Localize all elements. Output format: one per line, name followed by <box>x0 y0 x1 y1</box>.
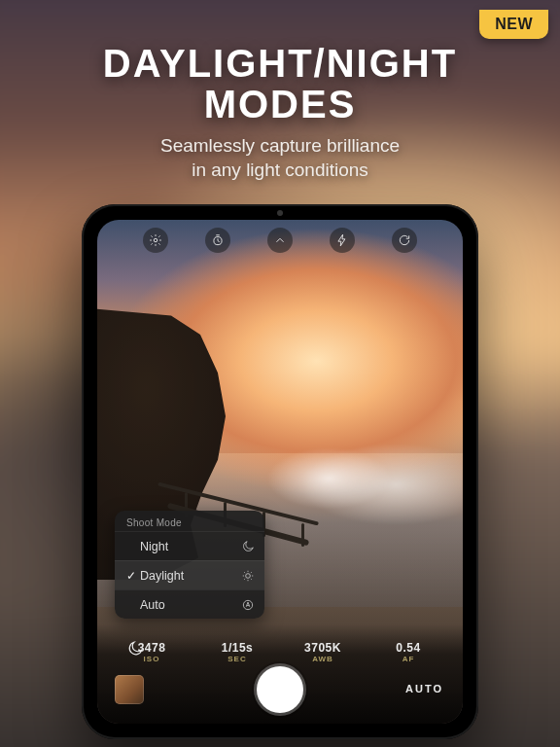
headline-sub-line2: in any light conditions <box>192 160 368 180</box>
readout-value: 3705K <box>299 641 346 655</box>
svg-point-0 <box>154 238 158 242</box>
readout-focus[interactable]: 0.54 AF <box>385 641 432 663</box>
readout-label: AWB <box>299 655 346 663</box>
readout-value: 1/15s <box>214 641 261 655</box>
shoot-mode-item-label: Night <box>140 540 241 553</box>
shutter-row: AUTO <box>97 663 463 716</box>
shutter-button[interactable] <box>257 666 303 713</box>
refresh-icon[interactable] <box>392 228 417 253</box>
camera-top-bar <box>97 226 463 255</box>
moon-icon <box>241 540 255 553</box>
readout-label: ISO <box>128 655 175 663</box>
headline-title: DAYLIGHT/NIGHT MODES <box>23 43 537 124</box>
headline-title-line2: MODES <box>204 83 357 125</box>
shoot-mode-title: Shoot Mode <box>115 511 264 531</box>
headline-title-line1: DAYLIGHT/NIGHT <box>103 42 457 85</box>
readout-whitebalance[interactable]: 3705K AWB <box>299 641 346 663</box>
readout-label: AF <box>385 655 432 663</box>
last-photo-thumbnail[interactable] <box>115 675 144 704</box>
promo-stage: NEW DAYLIGHT/NIGHT MODES Seamlessly capt… <box>0 0 560 747</box>
readout-value: 3478 <box>128 641 175 655</box>
shoot-mode-item-label: Daylight <box>140 569 241 583</box>
readout-value: 0.54 <box>385 641 432 655</box>
readout-label: SEC <box>214 655 261 663</box>
readout-iso[interactable]: 3478 ISO <box>128 641 175 663</box>
camera-bottom-bar: 3478 ISO 1/15s SEC 3705K AWB 0.54 AF <box>97 624 463 724</box>
shoot-mode-popover: Shoot Mode Night ✓ Daylight <box>115 511 264 619</box>
exposure-readouts: 3478 ISO 1/15s SEC 3705K AWB 0.54 AF <box>97 641 463 663</box>
readout-shutter[interactable]: 1/15s SEC <box>214 641 261 663</box>
timer-icon[interactable] <box>205 228 230 253</box>
capture-mode-label[interactable]: AUTO <box>405 683 443 694</box>
auto-icon <box>241 598 255 612</box>
flash-icon[interactable] <box>330 228 355 253</box>
ipad-device-frame: Shoot Mode Night ✓ Daylight <box>82 204 478 739</box>
shoot-mode-item-auto[interactable]: Auto <box>115 589 264 619</box>
headline-sub-line1: Seamlessly capture brilliance <box>160 135 400 156</box>
settings-icon[interactable] <box>143 228 168 253</box>
sun-icon <box>241 569 255 583</box>
headline: DAYLIGHT/NIGHT MODES Seamlessly capture … <box>0 43 560 182</box>
new-badge: NEW <box>479 10 548 39</box>
camera-app-screen: Shoot Mode Night ✓ Daylight <box>97 220 463 724</box>
chevron-up-icon[interactable] <box>267 228 293 253</box>
svg-point-2 <box>246 573 251 578</box>
headline-subtitle: Seamlessly capture brilliance in any lig… <box>23 134 537 182</box>
shoot-mode-item-night[interactable]: Night <box>115 531 264 560</box>
shoot-mode-item-daylight[interactable]: ✓ Daylight <box>115 560 264 589</box>
checkmark-icon: ✓ <box>126 569 140 583</box>
shoot-mode-item-label: Auto <box>140 598 241 612</box>
